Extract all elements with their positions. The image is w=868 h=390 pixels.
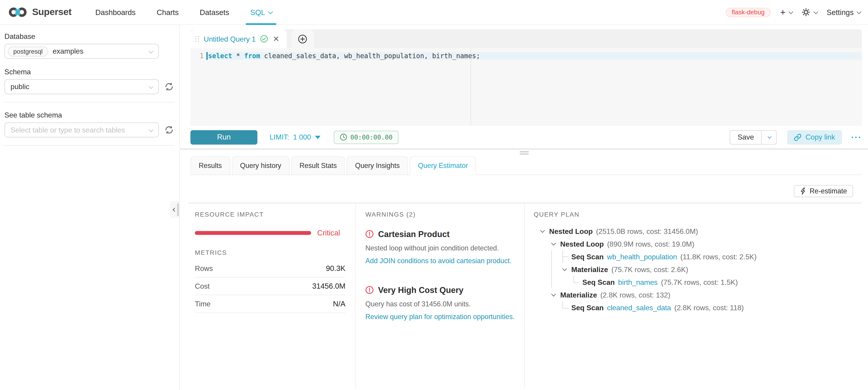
query-plan-column: QUERY PLAN Nested Loop (2515.0B rows, co [525, 204, 861, 389]
chevron-down-icon [857, 9, 861, 14]
chevron-down-icon [767, 135, 771, 139]
reestimate-label: Re-estimate [810, 187, 847, 195]
navbar: Superset Dashboards Charts Datasets SQL … [0, 0, 868, 25]
settings-menu[interactable]: Settings [827, 8, 860, 17]
table-schema-field: See table schema Select table or type to… [0, 111, 179, 138]
navbar-right: flask-debug + Settings [725, 7, 860, 17]
query-tab[interactable]: Untitled Query 1 ✕ [190, 29, 287, 48]
tree-guide-line [574, 276, 574, 282]
database-label: Database [4, 32, 179, 40]
metric-row-rows: Rows 90.3K [195, 260, 345, 277]
copy-link-button[interactable]: Copy link [787, 130, 842, 144]
schema-field: Schema public [0, 67, 179, 94]
nav-item-sql[interactable]: SQL [248, 0, 274, 25]
line-number: 1 [190, 52, 204, 60]
app: Superset Dashboards Charts Datasets SQL … [0, 0, 868, 390]
editor-toolbar: Run LIMIT: 1 000 00:00:00.00 [190, 126, 862, 148]
run-button[interactable]: Run [190, 130, 257, 144]
sqllab-panel: Untitled Query 1 ✕ [180, 25, 868, 390]
nav-item-datasets[interactable]: Datasets [197, 0, 231, 25]
result-tabs: Results Query history Result Stats Query… [190, 156, 862, 175]
warning-icon [365, 230, 374, 238]
close-tab-icon[interactable]: ✕ [272, 35, 280, 43]
schema-select[interactable]: public [4, 79, 159, 94]
tree-guide-line [574, 282, 580, 283]
chevron-down-icon[interactable] [551, 241, 556, 246]
chevron-down-icon [268, 9, 273, 14]
save-dropdown-button[interactable] [762, 130, 777, 144]
main-nav: Dashboards Charts Datasets SQL [85, 0, 282, 25]
sidebar-scrollbar[interactable] [177, 203, 179, 216]
tree-guide-line [562, 257, 569, 257]
tab-query-history[interactable]: Query history [232, 156, 289, 174]
table-select[interactable]: Select table or type to search tables [4, 122, 159, 138]
table-select-placeholder: Select table or type to search tables [8, 126, 125, 134]
toolbar-right: Save Copy link [730, 130, 862, 144]
schema-select-value: public [8, 83, 29, 91]
warning-title: Very High Cost Query [378, 285, 464, 295]
save-button[interactable]: Save [730, 130, 762, 144]
chevron-down-icon[interactable] [540, 228, 545, 233]
database-select-value: examples [53, 47, 84, 56]
warning-suggestion-link[interactable]: Add JOIN conditions to avoid cartesian p… [365, 257, 523, 265]
plus-icon: + [780, 7, 785, 17]
splitter-grip-icon[interactable] [520, 151, 528, 156]
tab-result-stats[interactable]: Result Stats [291, 156, 345, 174]
reestimate-row: Re-estimate [190, 185, 853, 197]
editor-tabstrip: Untitled Query 1 ✕ [190, 29, 862, 48]
warning-icon [365, 286, 374, 294]
drag-handle-icon[interactable] [195, 36, 199, 42]
limit-value: 1 000 [293, 133, 311, 141]
plan-table-link[interactable]: cleaned_sales_data [607, 304, 671, 312]
pane-splitter[interactable] [180, 148, 868, 150]
refresh-schemas-button[interactable] [165, 83, 173, 91]
plan-table-link[interactable]: wb_health_population [607, 253, 677, 261]
plan-node: Materialize (75.7K rows, cost: 2.6K) [534, 263, 856, 276]
more-actions-button[interactable]: ··· [851, 132, 862, 142]
database-engine-tag: postgresql [8, 47, 48, 56]
metric-row-cost: Cost 31456.0M [195, 277, 345, 295]
tab-results[interactable]: Results [190, 156, 230, 174]
chevron-down-icon[interactable] [551, 292, 556, 297]
warning-description: Query has cost of 31456.0M units. [365, 300, 523, 308]
metric-row-time: Time N/A [195, 295, 345, 313]
tab-query-estimator[interactable]: Query Estimator [410, 156, 476, 175]
limit-label: LIMIT: [270, 133, 289, 141]
table-schema-label: See table schema [4, 111, 179, 119]
query-plan-heading: QUERY PLAN [534, 211, 856, 218]
brand-name: Superset [32, 7, 71, 18]
tab-query-insights[interactable]: Query Insights [347, 156, 408, 174]
limit-dropdown[interactable]: LIMIT: 1 000 [270, 133, 320, 141]
query-plan-tree: Nested Loop (2515.0B rows, cost: 31456.0… [534, 225, 856, 314]
query-tab-title: Untitled Query 1 [204, 34, 256, 43]
sql-code-editor[interactable]: 1 select * from cleaned_sales_data, wb_h… [190, 48, 862, 126]
text-cursor [207, 52, 207, 60]
resource-impact-heading: RESOURCE IMPACT [195, 211, 345, 218]
nav-item-charts[interactable]: Charts [154, 0, 181, 25]
theme-toggle-button[interactable] [802, 8, 817, 17]
warning-high-cost: Very High Cost Query Query has cost of 3… [365, 285, 523, 321]
sql-code-line: select * from cleaned_sales_data, wb_hea… [208, 52, 480, 60]
environment-tag: flask-debug [725, 7, 771, 17]
plus-circle-icon [298, 34, 307, 43]
database-select[interactable]: postgresql examples [4, 44, 159, 59]
nav-item-dashboards[interactable]: Dashboards [93, 0, 138, 25]
new-query-tab-button[interactable] [291, 29, 314, 48]
sidebar-divider [4, 145, 175, 146]
warning-suggestion-link[interactable]: Review query plan for optimization oppor… [365, 313, 523, 321]
impact-progress-bar [195, 231, 311, 235]
chevron-down-icon [149, 127, 153, 132]
save-split-button: Save [730, 130, 777, 144]
plan-table-link[interactable]: birth_names [618, 278, 658, 287]
plan-node: Materialize (2.8K rows, cost: 132) [534, 289, 856, 301]
refresh-tables-button[interactable] [165, 126, 173, 134]
clock-icon [340, 133, 347, 141]
brand[interactable]: Superset [8, 6, 71, 19]
warning-cartesian-product: Cartesian Product Nested loop without jo… [365, 229, 523, 265]
chevron-down-icon [149, 84, 153, 89]
chevron-down-icon[interactable] [562, 266, 567, 271]
new-item-button[interactable]: + [780, 7, 792, 17]
saved-check-icon [260, 35, 268, 43]
reestimate-button[interactable]: Re-estimate [794, 185, 853, 197]
metrics-list: Rows 90.3K Cost 31456.0M Time N/A [195, 260, 345, 313]
